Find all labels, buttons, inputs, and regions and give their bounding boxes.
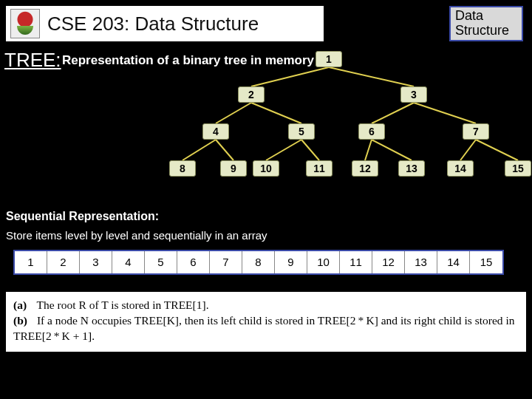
tree-node: 8 xyxy=(169,160,196,177)
svg-line-3 xyxy=(251,103,301,123)
array-table: 123456789101112131415 xyxy=(13,250,504,275)
array-cell: 15 xyxy=(470,251,502,273)
svg-line-10 xyxy=(365,140,372,160)
array-cell: 11 xyxy=(340,251,372,273)
array-cell: 1 xyxy=(15,251,47,273)
rule-b: (b) If a node N occupies TREE[K], then i… xyxy=(13,313,519,344)
rule-a: (a) The root R of T is stored in TREE[1]… xyxy=(13,298,519,313)
svg-line-9 xyxy=(301,140,319,160)
footer-strip xyxy=(0,377,532,399)
sequential-description: Store items level by level and sequentia… xyxy=(6,229,267,242)
tree-node: 15 xyxy=(505,160,531,177)
tree-node: 3 xyxy=(400,86,427,103)
array-cell: 14 xyxy=(437,251,470,273)
header-bar: CSE 203: Data Structure xyxy=(6,6,324,41)
badge-text: Data Structure xyxy=(455,9,522,38)
array-cell: 6 xyxy=(177,251,210,273)
svg-line-2 xyxy=(216,103,251,123)
tree-node: 4 xyxy=(202,123,229,140)
array-cell: 10 xyxy=(307,251,340,273)
svg-line-8 xyxy=(266,140,301,160)
svg-line-4 xyxy=(372,103,414,123)
array-cell: 9 xyxy=(275,251,307,273)
university-logo-icon xyxy=(10,9,40,38)
tree-node: 5 xyxy=(288,123,315,140)
rule-b-text: If a node N occupies TREE[K], then its l… xyxy=(13,314,514,342)
array-cell: 5 xyxy=(145,251,177,273)
svg-line-11 xyxy=(372,140,412,160)
array-cell: 13 xyxy=(405,251,437,273)
svg-line-13 xyxy=(476,140,518,160)
sequential-title: Sequential Representation: xyxy=(6,210,159,223)
tree-node: 7 xyxy=(463,123,489,140)
array-cell: 7 xyxy=(210,251,242,273)
binary-tree-diagram: 123456789101112131415 xyxy=(0,41,532,204)
tree-node: 11 xyxy=(306,160,332,177)
svg-line-1 xyxy=(329,67,414,86)
svg-line-7 xyxy=(216,140,233,160)
rule-a-label: (a) xyxy=(13,298,34,313)
tree-node: 12 xyxy=(352,160,378,177)
tree-edges xyxy=(0,41,532,204)
array-cell: 4 xyxy=(112,251,145,273)
data-structure-badge: Data Structure xyxy=(449,6,523,41)
tree-node: 14 xyxy=(447,160,474,177)
array-cell: 12 xyxy=(372,251,405,273)
svg-line-6 xyxy=(183,140,216,160)
svg-line-12 xyxy=(460,140,476,160)
array-cell: 2 xyxy=(47,251,80,273)
tree-node: 2 xyxy=(238,86,265,103)
tree-node: 10 xyxy=(253,160,279,177)
rule-a-text: The root R of T is stored in TREE[1]. xyxy=(37,299,209,311)
svg-line-0 xyxy=(251,67,329,86)
tree-node: 9 xyxy=(220,160,247,177)
rules-panel: (a) The root R of T is stored in TREE[1]… xyxy=(6,292,526,352)
array-cell: 3 xyxy=(80,251,112,273)
array-cell: 8 xyxy=(242,251,275,273)
course-title: CSE 203: Data Structure xyxy=(47,13,259,35)
tree-node: 6 xyxy=(358,123,385,140)
tree-node: 1 xyxy=(316,51,342,67)
tree-node: 13 xyxy=(398,160,425,177)
svg-line-5 xyxy=(414,103,476,123)
rule-b-label: (b) xyxy=(13,313,34,329)
